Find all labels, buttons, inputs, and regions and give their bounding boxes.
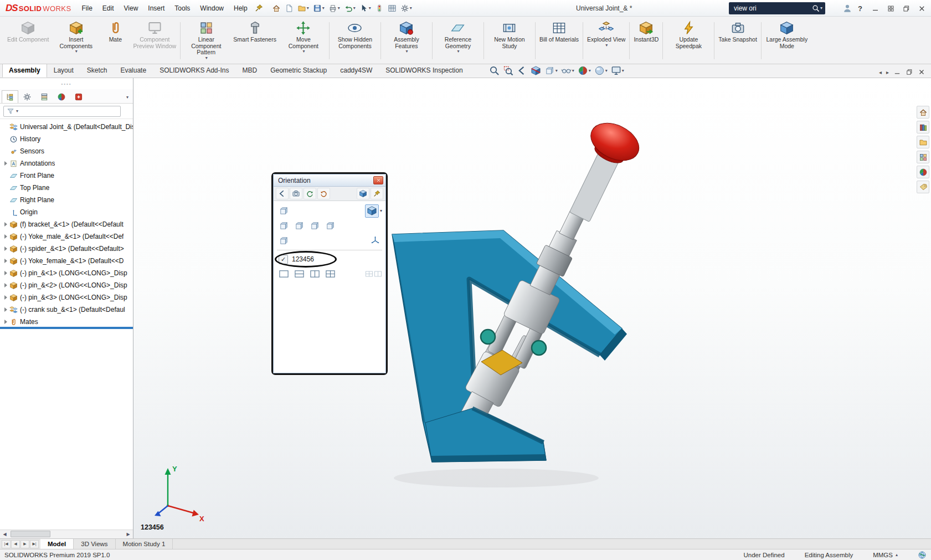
dropdown-caret-icon[interactable]: ▾ bbox=[338, 6, 340, 11]
hide-show-items-button[interactable]: ▾ bbox=[560, 65, 575, 76]
tab-mbd[interactable]: MBD bbox=[236, 64, 264, 78]
menu-help[interactable]: Help bbox=[229, 2, 253, 15]
pin-part[interactable] bbox=[532, 341, 546, 355]
zoom-to-fit-button[interactable] bbox=[488, 65, 500, 76]
dropdown-caret-icon[interactable]: ▾ bbox=[622, 69, 624, 73]
help-globe-icon[interactable] bbox=[918, 551, 927, 559]
last-tab-button[interactable]: ▶| bbox=[30, 540, 39, 548]
home-button[interactable] bbox=[271, 3, 282, 14]
assembly-features-button[interactable]: Assembly Features▾ bbox=[382, 18, 431, 64]
scroll-right-icon[interactable]: ▶ bbox=[124, 530, 133, 538]
tab-sketch[interactable]: Sketch bbox=[80, 64, 114, 78]
restore-button[interactable] bbox=[899, 2, 913, 14]
view-palette-button[interactable] bbox=[917, 151, 929, 163]
doc-minimize-button[interactable] bbox=[893, 68, 901, 76]
view-settings-button[interactable]: ▾ bbox=[610, 65, 625, 76]
reference-geometry-button[interactable]: Reference Geometry▾ bbox=[434, 18, 482, 64]
undo-button[interactable]: ▾ bbox=[343, 3, 357, 14]
scrollbar-thumb[interactable] bbox=[11, 531, 50, 537]
minimize-button[interactable] bbox=[868, 2, 882, 14]
tab-layout[interactable]: Layout bbox=[47, 64, 80, 78]
tab-3d-views[interactable]: 3D Views bbox=[74, 539, 115, 549]
propertymanager-tab[interactable] bbox=[19, 90, 35, 103]
expand-arrow-icon[interactable] bbox=[2, 234, 9, 239]
save-button[interactable]: ▾ bbox=[312, 3, 326, 14]
select-button[interactable]: ▾ bbox=[358, 3, 372, 14]
print-button[interactable]: ▾ bbox=[327, 3, 341, 14]
tab-evaluate[interactable]: Evaluate bbox=[114, 64, 153, 78]
new-view-button[interactable] bbox=[290, 188, 302, 199]
two-view-vertical-button[interactable] bbox=[308, 268, 322, 281]
graphics-area[interactable]: Orientation ▾ ✓123456 bbox=[133, 78, 931, 538]
previous-tab-button[interactable]: ◀ bbox=[11, 540, 20, 548]
help-button[interactable]: ? bbox=[854, 4, 866, 13]
tree-item[interactable]: (-) pin_&<3> (LONG<<LONG>_Disp bbox=[0, 291, 133, 304]
options-button[interactable]: ▾ bbox=[399, 3, 413, 14]
search-dropdown-icon[interactable]: ▾ bbox=[820, 6, 822, 11]
dropdown-caret-icon[interactable]: ▾ bbox=[457, 49, 459, 54]
saved-view-check-button[interactable]: ✓ bbox=[279, 255, 288, 264]
dropdown-caret-icon[interactable]: ▾ bbox=[353, 6, 356, 11]
panel-horizontal-scrollbar[interactable]: ◀ ▶ bbox=[0, 530, 133, 538]
dropdown-caret-icon[interactable]: ▾ bbox=[75, 49, 78, 54]
dropdown-caret-icon[interactable]: ▾ bbox=[572, 69, 574, 73]
isometric-view-button[interactable] bbox=[365, 204, 379, 218]
displaymanager-tab[interactable] bbox=[53, 90, 70, 103]
dropdown-caret-icon[interactable]: ▾ bbox=[405, 49, 408, 54]
expand-arrow-icon[interactable] bbox=[2, 271, 9, 275]
next-tab-button[interactable]: ▶ bbox=[20, 540, 29, 548]
instant3d-button[interactable]: Instant3D bbox=[631, 18, 661, 64]
tree-item[interactable]: Mates bbox=[0, 316, 133, 327]
tree-item[interactable]: Universal Joint_& (Default<Default_Disp bbox=[0, 121, 133, 133]
smart-fasteners-button[interactable]: Smart Fasteners bbox=[230, 18, 279, 64]
user-account-icon[interactable] bbox=[842, 3, 852, 13]
tree-item[interactable]: (f) bracket_&<1> (Default<<Default bbox=[0, 218, 133, 230]
universal-joint-model[interactable] bbox=[133, 78, 931, 538]
dropdown-caret-icon[interactable]: ▾ bbox=[555, 69, 558, 73]
tree-item[interactable]: (-) crank sub_&<1> (Default<Defaul bbox=[0, 304, 133, 316]
solidworks-resources-button[interactable] bbox=[917, 106, 929, 119]
custom-properties-button[interactable] bbox=[917, 181, 929, 193]
tab-assembly[interactable]: Assembly bbox=[2, 64, 47, 78]
search-input[interactable] bbox=[734, 4, 812, 12]
previous-view-button[interactable] bbox=[276, 188, 289, 199]
filter-dropdown-icon[interactable]: ▾ bbox=[16, 109, 18, 114]
close-button[interactable] bbox=[373, 176, 383, 184]
take-snapshot-button[interactable]: Take Snapshot bbox=[716, 18, 759, 64]
dropdown-caret-icon[interactable]: ▾ bbox=[605, 69, 608, 73]
four-view-button[interactable] bbox=[323, 268, 337, 281]
section-view-button[interactable] bbox=[530, 65, 542, 76]
design-library-button[interactable] bbox=[917, 121, 929, 133]
tab-caddy4sw[interactable]: caddy4SW bbox=[333, 64, 379, 78]
menu-edit[interactable]: Edit bbox=[97, 2, 119, 15]
insert-components-button[interactable]: Insert Components▾ bbox=[52, 18, 100, 64]
apply-scene-button[interactable]: ▾ bbox=[594, 65, 608, 76]
dropdown-caret-icon[interactable]: ▾ bbox=[302, 49, 305, 54]
tree-item[interactable]: Front Plane bbox=[0, 169, 133, 182]
open-button[interactable]: ▾ bbox=[296, 3, 310, 14]
expand-arrow-icon[interactable] bbox=[2, 259, 9, 263]
search-icon[interactable] bbox=[812, 4, 820, 12]
menu-window[interactable]: Window bbox=[195, 2, 229, 15]
close-button[interactable] bbox=[914, 2, 929, 14]
show-hidden-components-button[interactable]: Show Hidden Components bbox=[331, 18, 379, 64]
configurationmanager-tab[interactable] bbox=[36, 90, 53, 103]
linear-component-pattern-button[interactable]: Linear Component Pattern▾ bbox=[182, 18, 230, 64]
bill-of-materials-button[interactable]: Bill of Materials bbox=[537, 18, 582, 64]
search-box[interactable]: ▾ bbox=[729, 2, 825, 14]
two-view-horizontal-button[interactable] bbox=[292, 268, 306, 281]
large-assembly-mode-button[interactable]: Large Assembly Mode bbox=[763, 18, 811, 64]
zoom-to-area-button[interactable] bbox=[502, 65, 514, 76]
pin-dialog-button[interactable] bbox=[371, 188, 383, 199]
move-component-button[interactable]: Move Component▾ bbox=[279, 18, 328, 64]
featuremanager-tab[interactable] bbox=[2, 90, 18, 103]
tree-item[interactable]: (-) pin_&<1> (LONG<<LONG>_Disp bbox=[0, 267, 133, 279]
normal-to-view-button[interactable] bbox=[277, 204, 291, 218]
scroll-left-icon[interactable]: ◀ bbox=[0, 530, 9, 538]
tree-item[interactable]: History bbox=[0, 133, 133, 145]
tree-item[interactable]: Sensors bbox=[0, 145, 133, 157]
menu-file[interactable]: File bbox=[76, 2, 97, 15]
units-selector[interactable]: MMGS▴ bbox=[873, 552, 898, 558]
expand-arrow-icon[interactable] bbox=[2, 295, 9, 300]
tree-item[interactable]: Top Plane bbox=[0, 182, 133, 194]
